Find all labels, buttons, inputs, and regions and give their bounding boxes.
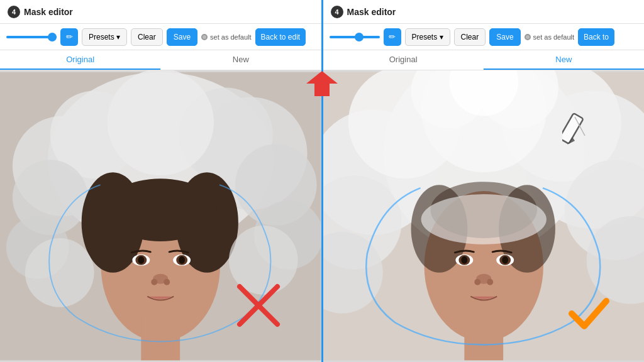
svg-point-58 <box>421 194 546 244</box>
svg-point-56 <box>474 279 480 285</box>
left-pencil-icon: ✏ <box>66 32 73 41</box>
svg-rect-12 <box>141 317 180 361</box>
left-toggle-label: set as default <box>210 33 251 41</box>
left-presets-label: Presets ▾ <box>89 33 120 41</box>
right-save-label: Save <box>496 33 513 41</box>
left-save-button[interactable]: Save <box>167 28 197 46</box>
right-slider[interactable] <box>330 36 380 38</box>
svg-point-6 <box>107 70 214 175</box>
right-toggle-dot[interactable] <box>525 34 531 40</box>
right-tab-new-label: New <box>555 55 572 64</box>
left-back-button[interactable]: Back to edit <box>255 28 306 46</box>
right-back-button[interactable]: Back to <box>578 28 614 46</box>
right-tab-original-label: Original <box>389 55 418 64</box>
right-title-badge: 4 <box>331 6 343 18</box>
right-tabs: Original New <box>323 50 645 70</box>
right-portrait-svg <box>323 70 645 362</box>
left-save-label: Save <box>174 33 191 41</box>
svg-point-51 <box>461 256 467 264</box>
right-presets-button[interactable]: Presets ▾ <box>405 28 450 46</box>
left-slider[interactable] <box>6 36 57 38</box>
left-presets-button[interactable]: Presets ▾ <box>82 28 127 46</box>
svg-point-23 <box>151 279 157 285</box>
right-clear-button[interactable]: Clear <box>454 28 486 46</box>
right-clear-label: Clear <box>461 33 479 41</box>
right-tab-new[interactable]: New <box>484 50 644 70</box>
right-title-bar: 4 Mask editor <box>323 0 645 24</box>
svg-point-57 <box>487 279 493 285</box>
left-tab-original-label: Original <box>66 55 94 64</box>
left-tab-new-label: New <box>233 55 249 64</box>
left-toggle-dot[interactable] <box>201 34 208 40</box>
svg-point-26 <box>229 226 298 295</box>
svg-point-24 <box>164 279 170 285</box>
left-portrait-svg <box>0 70 321 362</box>
right-edit-button[interactable]: ✏ <box>384 28 401 46</box>
right-pencil-icon: ✏ <box>389 32 396 41</box>
right-image-area <box>323 70 645 362</box>
right-slider-thumb[interactable] <box>355 33 364 41</box>
svg-point-18 <box>138 256 144 264</box>
left-tab-new[interactable]: New <box>160 50 321 70</box>
right-toggle-group: set as default <box>525 33 574 41</box>
svg-point-21 <box>179 256 185 264</box>
left-tab-original[interactable]: Original <box>0 50 160 70</box>
right-toggle-label: set as default <box>533 33 574 41</box>
left-title-text: Mask editor <box>24 7 73 17</box>
svg-rect-45 <box>464 317 503 361</box>
right-presets-label: Presets ▾ <box>412 33 443 41</box>
panels-container: 4 Mask editor ✏ Presets ▾ Clear Save set… <box>0 0 644 362</box>
right-toolbar: ✏ Presets ▾ Clear Save set as default Ba… <box>323 24 645 50</box>
left-toggle-group: set as default <box>201 33 251 41</box>
left-back-label: Back to edit <box>261 33 301 41</box>
left-panel: 4 Mask editor ✏ Presets ▾ Clear Save set… <box>0 0 323 362</box>
svg-point-54 <box>502 256 508 264</box>
right-panel: 4 Mask editor ✏ Presets ▾ Clear Save set… <box>323 0 645 362</box>
svg-point-25 <box>25 238 94 307</box>
svg-point-15 <box>104 178 217 241</box>
left-toolbar: ✏ Presets ▾ Clear Save set as default Ba… <box>0 24 321 50</box>
right-save-button[interactable]: Save <box>489 28 520 46</box>
left-title-bar: 4 Mask editor <box>0 0 321 24</box>
right-title-text: Mask editor <box>347 7 396 17</box>
left-edit-button[interactable]: ✏ <box>60 28 78 46</box>
left-clear-button[interactable]: Clear <box>131 28 163 46</box>
left-clear-label: Clear <box>138 33 156 41</box>
left-image-area <box>0 70 321 362</box>
left-tabs: Original New <box>0 50 321 70</box>
right-tab-original[interactable]: Original <box>323 50 484 70</box>
right-back-label: Back to <box>584 33 609 41</box>
left-slider-thumb[interactable] <box>48 33 57 41</box>
left-title-badge: 4 <box>8 6 20 18</box>
